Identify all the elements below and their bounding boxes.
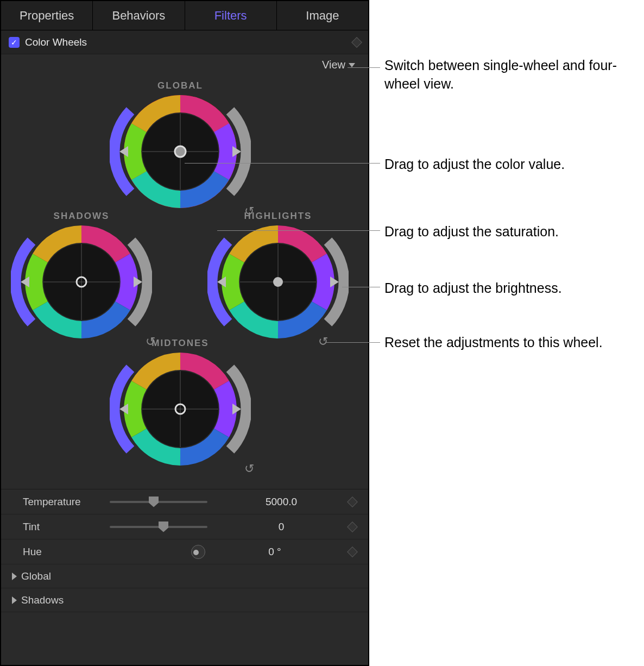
- keyframe-icon[interactable]: [347, 546, 358, 557]
- callout-line: [326, 342, 380, 343]
- saturation-handle[interactable]: [119, 146, 128, 157]
- wheel-label-global: GLOBAL: [157, 80, 203, 91]
- brightness-handle[interactable]: [232, 404, 241, 414]
- filter-enable-checkbox[interactable]: ✓: [9, 37, 20, 48]
- param-label: Hue: [23, 546, 110, 558]
- row-global[interactable]: Global: [1, 564, 368, 588]
- param-tint: Tint 0: [1, 514, 368, 539]
- view-menu[interactable]: View: [322, 59, 355, 71]
- chevron-down-icon: [349, 63, 355, 67]
- tint-value[interactable]: 0: [218, 521, 344, 533]
- callout-line: [185, 163, 380, 164]
- disclosure-triangle-icon: [12, 573, 17, 580]
- tab-image[interactable]: Image: [277, 1, 368, 30]
- row-shadows[interactable]: Shadows: [1, 588, 368, 612]
- tab-behaviors[interactable]: Behaviors: [93, 1, 185, 30]
- keyframe-icon[interactable]: [351, 37, 362, 48]
- wheel-label-highlights: HIGHLIGHTS: [244, 211, 312, 222]
- brightness-handle[interactable]: [232, 146, 241, 157]
- saturation-handle[interactable]: [217, 277, 226, 287]
- color-puck[interactable]: [175, 146, 186, 157]
- keyframe-icon[interactable]: [347, 497, 358, 507]
- hue-value[interactable]: 0 °: [205, 546, 344, 558]
- color-wheel-global[interactable]: [110, 95, 251, 209]
- callout-line: [342, 287, 380, 287]
- tab-filters[interactable]: Filters: [185, 1, 277, 30]
- color-wheel-midtones[interactable]: [110, 352, 251, 466]
- slider-thumb[interactable]: [159, 522, 168, 532]
- wheel-shadows: SHADOWS: [11, 211, 152, 339]
- slider-thumb[interactable]: [149, 497, 159, 507]
- wheel-midtones: MIDTONES: [110, 338, 251, 466]
- tint-slider[interactable]: [110, 526, 207, 528]
- keyframe-icon[interactable]: [347, 522, 358, 532]
- wheel-area: View GLOBAL: [1, 54, 368, 489]
- tab-properties[interactable]: Properties: [1, 1, 93, 30]
- row-label: Global: [21, 570, 51, 582]
- color-wheel-shadows[interactable]: [11, 225, 152, 339]
- wheel-global: GLOBAL: [110, 80, 251, 209]
- param-label: Temperature: [23, 496, 110, 508]
- filter-title: Color Wheels: [25, 36, 353, 48]
- param-hue: Hue 0 °: [1, 539, 368, 564]
- view-menu-label: View: [322, 59, 345, 71]
- brightness-handle[interactable]: [330, 277, 339, 287]
- inspector-tabs: Properties Behaviors Filters Image: [1, 1, 368, 30]
- callout-view: Switch between single-wheel and four-whe…: [384, 56, 634, 93]
- callout-line: [348, 67, 380, 68]
- row-label: Shadows: [21, 594, 64, 606]
- brightness-handle[interactable]: [134, 277, 142, 287]
- callout-line: [217, 230, 380, 231]
- callout-color: Drag to adjust the color value.: [384, 155, 634, 174]
- inspector-panel: Properties Behaviors Filters Image ✓ Col…: [0, 0, 369, 666]
- parameter-list: Temperature 5000.0 Tint 0 Hue 0 ° Global: [1, 489, 368, 612]
- wheel-label-midtones: MIDTONES: [151, 338, 209, 349]
- reset-midtones[interactable]: ↺: [244, 462, 254, 476]
- temperature-value[interactable]: 5000.0: [218, 496, 344, 508]
- param-temperature: Temperature 5000.0: [1, 489, 368, 514]
- callout-saturation: Drag to adjust the saturation.: [384, 223, 634, 241]
- callout-brightness: Drag to adjust the brightness.: [384, 279, 634, 298]
- color-puck[interactable]: [273, 277, 283, 287]
- hue-dial[interactable]: [191, 545, 205, 559]
- param-label: Tint: [23, 521, 110, 533]
- disclosure-triangle-icon: [12, 596, 17, 604]
- saturation-handle[interactable]: [119, 404, 128, 414]
- color-wheel-highlights[interactable]: [207, 225, 349, 339]
- temperature-slider[interactable]: [110, 501, 207, 503]
- wheel-label-shadows: SHADOWS: [54, 211, 110, 222]
- filter-header: ✓ Color Wheels: [1, 30, 368, 54]
- saturation-handle[interactable]: [21, 277, 29, 287]
- callout-reset: Reset the adjustments to this wheel.: [384, 334, 634, 352]
- reset-highlights[interactable]: ↺: [318, 335, 328, 349]
